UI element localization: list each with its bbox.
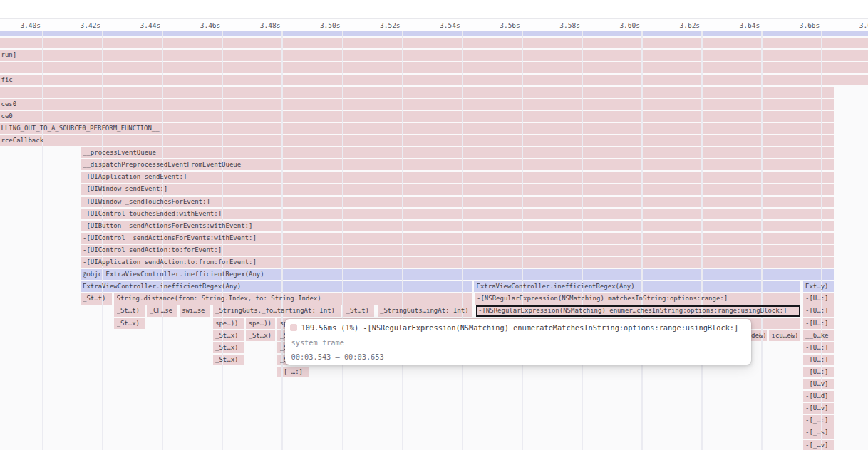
flame-bar[interactable] — [803, 415, 834, 426]
frame-color-swatch-icon — [290, 324, 297, 331]
flame-bar[interactable] — [246, 318, 275, 329]
time-gridline — [102, 31, 103, 450]
time-gridline — [42, 31, 43, 450]
flame-bar[interactable] — [81, 159, 834, 170]
ruler-time-label: 3.64s — [719, 21, 760, 30]
ruler-time-label: 3.68s — [839, 21, 868, 30]
flame-bar[interactable] — [803, 342, 834, 353]
frame-tooltip: 109.56ms (1%) -[NSRegularExpression(NSMa… — [285, 319, 752, 365]
flame-bar[interactable] — [213, 305, 341, 316]
ruler-time-label: 3.50s — [300, 21, 341, 30]
flame-bar-selected[interactable] — [476, 305, 801, 316]
time-gridline — [462, 31, 463, 450]
flame-bar[interactable] — [803, 379, 834, 389]
flame-bar[interactable] — [180, 305, 211, 316]
ruler-time-label: 3.46s — [180, 21, 220, 30]
flame-bar[interactable] — [246, 330, 275, 341]
flame-bar[interactable] — [803, 305, 834, 316]
flame-bar[interactable] — [0, 123, 834, 134]
flame-bar[interactable] — [81, 257, 834, 268]
flame-bar[interactable] — [114, 318, 145, 329]
ruler-time-label: 3.44s — [120, 21, 160, 30]
ruler-time-label: 3.62s — [659, 21, 700, 30]
flame-bar[interactable] — [0, 75, 868, 85]
instruments-flame-chart: 3.40s3.42s3.44s3.46s3.48s3.50s3.52s3.54s… — [0, 0, 868, 450]
flame-bar[interactable] — [81, 209, 834, 219]
flame-bar[interactable] — [81, 233, 834, 244]
flame-bar[interactable] — [803, 440, 834, 450]
time-gridline — [281, 31, 283, 450]
ruler-time-label: 3.40s — [0, 21, 41, 30]
flame-bar[interactable] — [803, 355, 834, 365]
ruler-time-label: 3.54s — [420, 21, 460, 30]
ruler-time-label: 3.60s — [599, 21, 640, 30]
flame-bar[interactable] — [0, 99, 834, 110]
time-gridline — [821, 31, 822, 450]
time-gridline — [582, 31, 583, 450]
flame-bar[interactable] — [81, 221, 834, 231]
flame-bar[interactable] — [81, 172, 834, 182]
time-ruler[interactable]: 3.40s3.42s3.44s3.46s3.48s3.50s3.52s3.54s… — [0, 19, 868, 31]
flame-bar[interactable] — [0, 62, 868, 73]
time-gridline — [522, 31, 523, 450]
flame-bar[interactable] — [114, 293, 472, 304]
ruler-time-label: 3.66s — [779, 21, 820, 30]
flame-bar[interactable] — [803, 403, 834, 414]
flame-bar[interactable] — [803, 318, 834, 329]
flame-bar[interactable] — [81, 147, 834, 158]
flame-bar[interactable] — [769, 330, 800, 341]
ruler-time-label: 3.48s — [239, 21, 280, 30]
flame-bar[interactable] — [0, 87, 834, 98]
tooltip-subtitle: system frame — [291, 338, 344, 347]
time-gridline — [641, 31, 643, 450]
flame-bar[interactable] — [803, 391, 834, 402]
time-gridline — [162, 31, 163, 450]
flame-bar[interactable] — [81, 245, 834, 256]
flame-bar[interactable] — [0, 50, 868, 61]
time-gridline — [402, 31, 403, 450]
flame-bar[interactable] — [81, 197, 834, 207]
flame-bar[interactable] — [213, 318, 244, 329]
flame-bar[interactable] — [81, 281, 472, 292]
flame-bar[interactable] — [81, 293, 112, 304]
flame-bar[interactable] — [0, 111, 834, 122]
tooltip-time-range: 00:03.543 — 00:03.653 — [291, 352, 384, 361]
time-gridline — [761, 31, 763, 450]
toolbar-strip — [0, 0, 868, 19]
ruler-time-label: 3.56s — [480, 21, 520, 30]
ruler-time-label: 3.42s — [60, 21, 100, 30]
flame-bar[interactable] — [803, 330, 834, 341]
flame-bar[interactable] — [803, 427, 834, 438]
time-gridline — [701, 31, 703, 450]
flame-bar[interactable] — [803, 281, 834, 292]
time-gridline — [222, 31, 223, 450]
flame-bar[interactable] — [0, 31, 868, 36]
flame-bar[interactable] — [213, 330, 244, 341]
time-gridline — [342, 31, 343, 450]
flame-bar[interactable] — [378, 305, 472, 316]
flame-bar[interactable] — [81, 184, 834, 194]
flame-bar[interactable] — [803, 367, 834, 377]
flame-bar[interactable] — [114, 305, 145, 316]
tooltip-title: 109.56ms (1%) -[NSRegularExpression(NSMa… — [301, 323, 739, 332]
flame-bar[interactable] — [803, 293, 834, 304]
flame-bar[interactable] — [213, 342, 244, 353]
flame-bar[interactable] — [0, 38, 868, 48]
ruler-time-label: 3.52s — [360, 21, 401, 30]
flame-bar[interactable] — [81, 269, 834, 280]
flame-graph-canvas[interactable]: run]ficces0ce0LLING_OUT_TO_A_SOURCE0_PER… — [0, 31, 868, 450]
flame-bar[interactable] — [213, 355, 244, 365]
flame-bar[interactable] — [0, 135, 834, 146]
flame-bar[interactable] — [475, 293, 801, 304]
flame-bar[interactable] — [343, 305, 374, 316]
ruler-time-label: 3.58s — [539, 21, 580, 30]
